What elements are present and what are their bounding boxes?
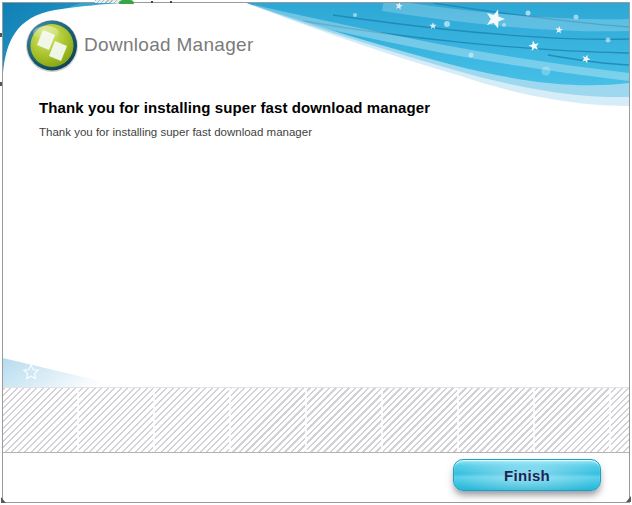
finish-button[interactable]: Finish: [453, 459, 601, 491]
background-artifact-tick: [0, 82, 2, 86]
stripe-band: [3, 387, 629, 453]
installer-dialog: Download Manager Thank you for installin…: [2, 2, 630, 503]
background-artifact-dot: [151, 1, 153, 3]
background-artifact-hatch: [95, 0, 120, 3]
app-title: Download Manager: [84, 34, 254, 56]
background-artifact-tick: [0, 33, 2, 37]
background-artifact-green: [119, 0, 134, 4]
bottom-left-wave-decoration: [3, 355, 125, 387]
background-artifact-dot: [170, 1, 172, 3]
download-manager-icon: [25, 19, 79, 73]
icon-gloss: [33, 26, 59, 40]
install-complete-heading: Thank you for installing super fast down…: [39, 99, 430, 116]
install-complete-subheading: Thank you for installing super fast down…: [39, 126, 312, 138]
